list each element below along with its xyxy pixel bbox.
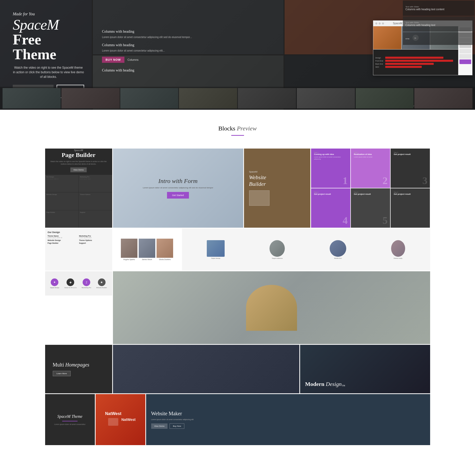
device-item-2: Target audience — [269, 240, 285, 259]
gallery-website-maker: Website Maker Lorem ipsum dolor sit amet… — [146, 394, 430, 445]
od-item-2: Marketing Pro Lorem ipsum dolor — [79, 235, 110, 238]
right-panel-item-1: Text with Slider Columns with heading te… — [403, 1, 474, 16]
blocks-section: Blocks Preview SpaceM Page Builder Watch… — [0, 110, 475, 456]
od-item-5: Page Builder — [48, 242, 78, 244]
pb-grid: Our Design Lorem ipsum dolor sit Marketi… — [45, 175, 112, 228]
device-label-3: Mobile first — [334, 258, 342, 259]
team-member-2: James Nixon — [139, 239, 155, 260]
wm-desc: Lorem ipsum dolor sit amet consectetur a… — [151, 419, 194, 420]
pb-desc: Watch the video on right to see the Spac… — [45, 160, 112, 165]
pb-grid-label-6: Support — [80, 212, 111, 213]
pb-grid-label-4: Theme Options — [80, 194, 111, 195]
od-item-3: Website Design — [48, 239, 78, 241]
rp-body-1: Columns with heading text content — [405, 8, 444, 11]
device-img-2 — [269, 240, 285, 257]
mh-button[interactable]: Learn More — [53, 371, 71, 376]
pb-grid-item-4: Theme Options — [79, 192, 112, 210]
blocks-title-normal: Blocks — [218, 125, 235, 132]
strip-thumb-8 — [414, 88, 472, 108]
team-name-3: Gloria Dunkins — [159, 259, 171, 260]
ns-num-2: 2 — [382, 175, 388, 187]
right-panel-text-1: Text with Slider Columns with heading te… — [405, 6, 444, 11]
ns-title-3: Get project result — [394, 153, 427, 155]
columns-heading-1: Columns with heading — [102, 30, 365, 34]
gallery-row-2: Our Design Theme Name Lorem ipsum dolor … — [45, 228, 430, 271]
ns-item-2: Step 2 Realization of idea Lorem ipsum d… — [351, 149, 390, 188]
if-title: Intro with Form — [158, 178, 198, 185]
gallery-multi-homepages: Multi Homepages Learn More — [45, 345, 112, 393]
preview-title: SpaceM — [393, 22, 402, 25]
device-img-3 — [330, 240, 346, 257]
strip-thumb-6 — [297, 88, 355, 108]
gallery-page-builder: SpaceM Page Builder Watch the video on r… — [45, 149, 112, 228]
device-item-1: Digital design — [207, 240, 225, 259]
columns-body-2: Lorem ipsum dolor sit amet consectetur a… — [102, 49, 365, 53]
pb-grid-item-2: Marketing Pro Lorem ipsum dolor — [79, 175, 112, 192]
chart-label-2: Front End — [375, 60, 384, 62]
wm-btn-1[interactable]: View Demo — [151, 423, 168, 429]
gallery-wrapper: SpaceM Page Builder Watch the video on r… — [40, 149, 435, 445]
icon-item-4: ★ Website Builder — [96, 278, 107, 288]
gallery-team: Angela Sparks James Nixon Gloria Dunkins — [113, 228, 181, 271]
card-brand: NatWest — [105, 411, 121, 416]
hero-title-italic: SpaceM — [13, 17, 84, 32]
st-title: SpaceM Theme — [57, 414, 82, 419]
ns-item-3: Step 3 Get project result 3 — [391, 149, 430, 188]
st-underline — [62, 421, 78, 421]
device-label-4: Retina ready — [394, 258, 402, 259]
ns-title-4: Get project result — [314, 193, 347, 195]
team-name-1: Angela Sparks — [123, 259, 135, 260]
ns-title-2: Realization of idea — [354, 153, 387, 155]
hero-center-content: Columns with heading Lorem ipsum dolor s… — [97, 20, 370, 79]
gallery-row-5: SpaceM Theme Lorem ipsum dolor sit amet … — [45, 394, 430, 445]
columns-body-1: Lorem ipsum dolor sit amet consectetur a… — [102, 35, 365, 39]
od-item-1: Theme Name Lorem ipsum dolor sit — [48, 235, 78, 238]
pb-grid-item-6: Support — [79, 210, 112, 228]
wm-btn-2[interactable]: Buy Now — [170, 423, 184, 429]
gallery-row-4: Multi Homepages Learn More Modern Design… — [45, 345, 430, 393]
gallery-card-photo: NatWest — [96, 394, 145, 445]
ns-num-1: 1 — [343, 175, 348, 187]
ns-title-5: Get project result — [354, 193, 387, 195]
icon-circle-2: ◈ — [67, 278, 74, 286]
wb-preview-thumb — [249, 190, 269, 206]
team-photo-2 — [139, 239, 155, 258]
gallery-modern-design: Modern Design™ — [300, 345, 430, 393]
pb-grid-item-3: Website Design — [45, 192, 79, 210]
hero-bottom-strip — [0, 87, 475, 110]
office-photo-inner — [113, 271, 430, 344]
pb-grid-label-5: Page Builder — [46, 212, 77, 213]
card-chip — [108, 418, 118, 426]
blocks-title: Blocks Preview — [5, 125, 470, 132]
md-modern: Modern — [305, 381, 326, 387]
wb-label: SpaceM — [249, 170, 305, 173]
blocks-underline — [231, 135, 244, 136]
strip-thumb-7 — [356, 88, 414, 108]
strip-thumb-4 — [179, 88, 237, 108]
md-design: Design™ — [326, 381, 345, 387]
icon-item-3: 2 Marketing Pro — [82, 278, 91, 288]
team-member-3: Gloria Dunkins — [157, 239, 173, 260]
pb-grid-text-1: Lorem ipsum dolor sit — [46, 178, 77, 180]
gallery-icons-row: ✦ Digital design ◈ Same for All LLCs 2 M… — [45, 271, 112, 296]
icon-label-1: Digital design — [50, 287, 59, 288]
od-item-text-2: Lorem ipsum dolor — [79, 237, 110, 238]
pb-button[interactable]: View Demo — [70, 167, 87, 172]
pb-grid-label-3: Website Design — [46, 194, 77, 195]
gallery-devices-row: Digital design Target audience Mobile fi… — [182, 228, 430, 271]
mh-title: Multi Homepages — [53, 362, 89, 368]
pb-grid-label-1: Our Design — [46, 176, 77, 178]
ns-item-4: Step 4 Get project result 4 — [311, 188, 350, 228]
rp-label-3: oma — [405, 38, 409, 40]
columns-badge-label: Columns — [127, 58, 138, 61]
strip-thumb-2 — [61, 88, 120, 108]
chart-label-1: Design — [375, 57, 384, 59]
table-shape — [246, 285, 297, 331]
chart-label-4: SEO — [375, 66, 384, 68]
od-item-label-3: Website Design — [48, 239, 78, 241]
if-button[interactable]: Get Started — [167, 192, 189, 199]
icon-circle-3: 2 — [83, 278, 90, 286]
icon-circle-4: ★ — [98, 278, 106, 286]
icon-label-4: Website Builder — [96, 287, 107, 288]
device-item-3: Mobile first — [330, 240, 346, 259]
